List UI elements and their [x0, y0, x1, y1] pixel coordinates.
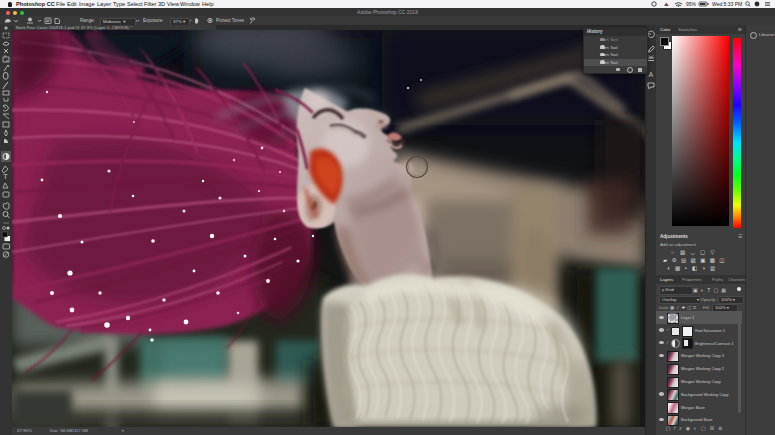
svg-text:A: A [649, 71, 654, 78]
svg-text:T: T [3, 172, 8, 181]
